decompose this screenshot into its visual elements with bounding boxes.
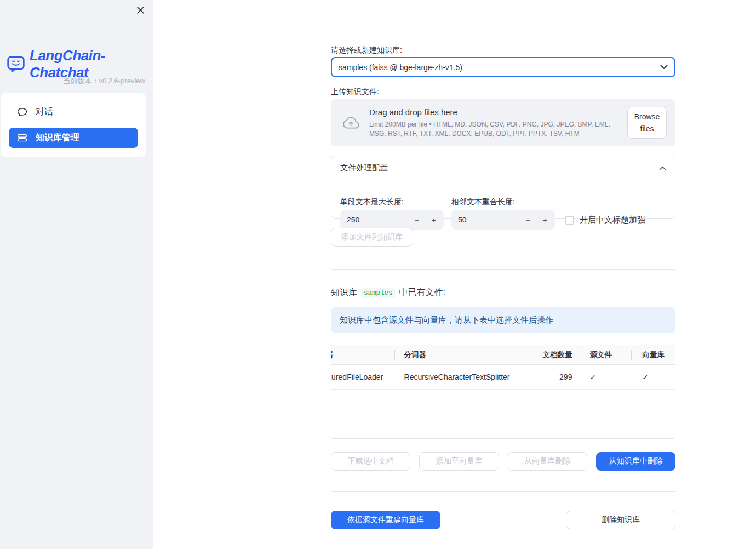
chunk-size-input[interactable]: 250 − + <box>340 210 444 230</box>
cell-doc-count: 299 <box>519 365 579 389</box>
expander-body: 单段文本最大长度: 相邻文本重合长度: 250 − + 50 − + <box>331 173 675 217</box>
plus-button[interactable]: + <box>541 215 548 225</box>
kb-files-table[interactable]: 文档加载器 分词器 文档数量 源文件 向量库 UnstructuredFileL… <box>331 345 675 439</box>
dropzone-title: Drag and drop files here <box>369 107 618 117</box>
check-icon: ✓ <box>579 365 631 389</box>
download-selected-docs-button[interactable]: 下载选中文档 <box>331 452 410 471</box>
divider <box>331 491 675 492</box>
add-to-vector-store-button[interactable]: 添加至向量库 <box>419 452 499 471</box>
add-files-to-kb-button[interactable]: 添加文件到知识库 <box>331 228 413 247</box>
upload-label: 上传知识文件: <box>331 87 379 97</box>
column-header-doc-count[interactable]: 文档数量 <box>519 345 579 364</box>
sidebar-close-button[interactable] <box>135 4 146 15</box>
kb-actions: 依据源文件重建向量库 删除知识库 <box>331 511 675 529</box>
table-row[interactable]: UnstructuredFileLoader RecursiveCharacte… <box>331 365 675 390</box>
stepper: − + <box>413 215 437 225</box>
overlap-label: 相邻文本重合长度: <box>451 197 515 207</box>
version-label: 当前版本： <box>63 77 99 85</box>
minus-button[interactable]: − <box>524 215 531 225</box>
column-header-loader[interactable]: 文档加载器 <box>331 345 394 364</box>
divider <box>331 269 675 270</box>
sidebar-item-dialogue[interactable]: 对话 <box>9 102 138 122</box>
rebuild-vector-store-button[interactable]: 依据源文件重建向量库 <box>331 511 440 529</box>
expander-title: 文件处理配置 <box>340 163 388 173</box>
delete-kb-button[interactable]: 删除知识库 <box>566 511 675 529</box>
close-icon <box>136 6 145 14</box>
kb-files-heading: 知识库 samples 中已有文件: <box>331 287 445 299</box>
info-banner: 知识库中包含源文件与向量库，请从下表中选择文件后操作 <box>331 307 675 333</box>
cell-splitter: RecursiveCharacterTextSplitter <box>394 365 519 389</box>
chevron-down-icon <box>660 65 668 70</box>
plus-button[interactable]: + <box>430 215 437 225</box>
overlap-value: 50 <box>458 215 467 224</box>
version-info: 当前版本：v0.2.6-preview <box>63 76 145 86</box>
kb-select-value: samples (faiss @ bge-large-zh-v1.5) <box>339 63 462 72</box>
app-root: LangChain-Chatchat 当前版本：v0.2.6-preview 对… <box>0 0 756 549</box>
kb-files-heading-suffix: 中已有文件: <box>399 287 445 299</box>
kb-name-code: samples <box>362 288 395 298</box>
sidebar-menu: 对话 知识库管理 <box>1 93 146 157</box>
column-header-vector-store[interactable]: 向量库 <box>631 345 675 364</box>
table-header-row: 文档加载器 分词器 文档数量 源文件 向量库 <box>331 345 675 365</box>
sidebar-item-label: 对话 <box>36 106 53 118</box>
checkbox-unchecked-icon[interactable] <box>565 216 574 225</box>
delete-from-kb-button[interactable]: 从知识库中删除 <box>596 452 675 471</box>
sidebar: LangChain-Chatchat 当前版本：v0.2.6-preview 对… <box>0 0 153 549</box>
expander-header[interactable]: 文件处理配置 <box>331 156 675 173</box>
minus-button[interactable]: − <box>413 215 420 225</box>
chat-smiley-logo-icon <box>7 55 25 73</box>
browse-files-button[interactable]: Browse files <box>627 107 667 139</box>
info-banner-text: 知识库中包含源文件与向量库，请从下表中选择文件后操作 <box>340 315 553 325</box>
knowledge-base-icon <box>16 132 28 144</box>
kb-select-label: 请选择或新建知识库: <box>331 45 402 55</box>
stepper: − + <box>524 215 548 225</box>
chevron-up-icon <box>659 166 666 170</box>
chunk-size-value: 250 <box>347 215 359 224</box>
column-header-splitter[interactable]: 分词器 <box>394 345 519 364</box>
dropzone-hint: Limit 200MB per file • HTML, MD, JSON, C… <box>369 120 618 138</box>
column-header-source-file[interactable]: 源文件 <box>579 345 631 364</box>
kb-select[interactable]: samples (faiss @ bge-large-zh-v1.5) <box>331 57 675 77</box>
check-icon: ✓ <box>631 365 675 389</box>
overlap-input[interactable]: 50 − + <box>451 210 555 230</box>
cell-loader: UnstructuredFileLoader <box>331 365 394 389</box>
sidebar-item-label: 知识库管理 <box>36 132 79 144</box>
kb-files-heading-prefix: 知识库 <box>331 287 357 299</box>
dropzone-texts: Drag and drop files here Limit 200MB per… <box>369 107 618 138</box>
delete-from-vector-store-button[interactable]: 从向量库删除 <box>508 452 587 471</box>
zh-title-checkbox-row[interactable]: 开启中文标题加强 <box>565 215 645 225</box>
chunk-size-label: 单段文本最大长度: <box>340 197 404 207</box>
file-dropzone[interactable]: Drag and drop files here Limit 200MB per… <box>331 99 675 146</box>
row-actions: 下载选中文档 添加至向量库 从向量库删除 从知识库中删除 <box>331 452 675 471</box>
zh-title-checkbox-label: 开启中文标题加强 <box>580 215 645 225</box>
version-value: v0.2.6-preview <box>99 77 145 85</box>
cloud-upload-icon <box>340 115 360 131</box>
sidebar-item-knowledge-base[interactable]: 知识库管理 <box>9 128 138 148</box>
chat-bubble-icon <box>16 106 28 118</box>
file-config-expander: 文件处理配置 单段文本最大长度: 相邻文本重合长度: 250 − + 50 <box>331 156 675 219</box>
